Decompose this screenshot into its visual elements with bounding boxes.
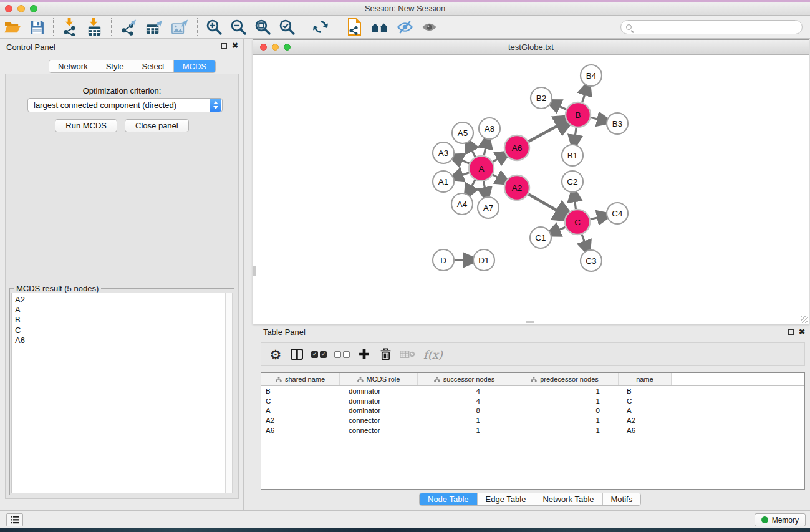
- open-folder-icon[interactable]: [0, 16, 26, 37]
- column-header-MCDS-role[interactable]: MCDS role: [340, 373, 418, 385]
- graph-edge-A-A2[interactable]: [493, 175, 500, 179]
- search-input[interactable]: [635, 22, 802, 33]
- cell-shared-name[interactable]: B: [261, 387, 340, 395]
- export-table-icon[interactable]: [142, 16, 167, 37]
- mcds-result-item[interactable]: C: [15, 326, 226, 336]
- table-row[interactable]: Adominator80A: [261, 405, 804, 415]
- cell-shared-name[interactable]: A: [261, 407, 340, 414]
- refresh-layout-icon[interactable]: [309, 16, 332, 37]
- table-row[interactable]: A2connector11A2: [261, 415, 804, 425]
- cell-predecessor-nodes[interactable]: 1: [511, 397, 619, 405]
- optimization-criterion-dropdown[interactable]: largest connected component (directed): [27, 98, 223, 112]
- zoom-selected-icon[interactable]: [275, 16, 299, 37]
- column-header-successor-nodes[interactable]: successor nodes: [418, 373, 511, 385]
- import-table-icon[interactable]: [82, 16, 107, 37]
- cell-successor-nodes[interactable]: 4: [418, 387, 511, 395]
- graph-node-B1[interactable]: B1: [562, 145, 583, 166]
- tab-network-table[interactable]: Network Table: [534, 493, 602, 505]
- mcds-result-item[interactable]: A2: [15, 295, 226, 305]
- graph-edge-C-C4[interactable]: [591, 217, 601, 220]
- home-views-icon[interactable]: [367, 16, 393, 37]
- show-eye-icon[interactable]: [417, 16, 441, 37]
- cell-MCDS-role[interactable]: dominator: [340, 387, 418, 395]
- cell-MCDS-role[interactable]: connector: [340, 417, 418, 424]
- graph-node-C1[interactable]: C1: [530, 227, 551, 248]
- graph-node-A3[interactable]: A3: [433, 142, 454, 163]
- column-header-predecessor-nodes[interactable]: predecessor nodes: [511, 373, 619, 385]
- function-builder-icon[interactable]: f(x): [421, 344, 445, 364]
- tab-node-table[interactable]: Node Table: [420, 493, 478, 505]
- network-graph[interactable]: AA1A2A3A4A5A6A7A8BB1B2B3B4CC1C2C3C4DD1: [253, 55, 809, 324]
- cell-MCDS-role[interactable]: dominator: [340, 407, 418, 414]
- tab-mcds[interactable]: MCDS: [174, 60, 215, 72]
- mcds-result-list[interactable]: A2ABCA6: [11, 293, 226, 493]
- graph-node-B4[interactable]: B4: [581, 65, 602, 86]
- status-menu-button[interactable]: [6, 513, 23, 526]
- save-icon[interactable]: [26, 16, 49, 37]
- table-row[interactable]: A6connector11A6: [261, 425, 804, 435]
- cell-shared-name[interactable]: C: [261, 397, 340, 405]
- graph-node-C[interactable]: C: [565, 210, 590, 235]
- graph-edge-A-A4[interactable]: [470, 180, 475, 189]
- cell-successor-nodes[interactable]: 1: [418, 427, 511, 434]
- graph-edge-A-A6[interactable]: [493, 157, 501, 162]
- graph-node-D1[interactable]: D1: [473, 249, 494, 271]
- table-row[interactable]: Cdominator41C: [261, 396, 804, 406]
- graph-node-A2[interactable]: A2: [504, 175, 529, 200]
- graph-edge-C-C2[interactable]: [574, 198, 576, 209]
- cell-name[interactable]: B: [619, 387, 672, 395]
- graph-edge-A-A7[interactable]: [484, 181, 486, 191]
- delete-table-icon[interactable]: [397, 344, 418, 364]
- close-table-panel-icon[interactable]: ✖: [799, 328, 805, 336]
- hide-eye-icon[interactable]: [393, 16, 417, 37]
- graph-node-B3[interactable]: B3: [607, 113, 628, 134]
- graph-node-A5[interactable]: A5: [452, 122, 473, 143]
- graph-node-C4[interactable]: C4: [607, 203, 628, 224]
- graph-node-A6[interactable]: A6: [504, 135, 529, 160]
- graph-node-D[interactable]: D: [433, 249, 454, 271]
- graph-node-C3[interactable]: C3: [581, 250, 602, 271]
- table-settings-gear-icon[interactable]: ⚙: [266, 344, 285, 364]
- cell-shared-name[interactable]: A2: [261, 417, 340, 424]
- graph-edge-B-B3[interactable]: [591, 118, 600, 120]
- float-table-panel-icon[interactable]: [788, 329, 794, 335]
- column-header-name[interactable]: name: [619, 373, 672, 385]
- cell-predecessor-nodes[interactable]: 1: [511, 417, 619, 424]
- add-column-icon[interactable]: [355, 344, 374, 364]
- graph-edge-A6-B[interactable]: [528, 123, 561, 142]
- column-header-shared-name[interactable]: shared name: [261, 373, 340, 385]
- zoom-out-icon[interactable]: [226, 16, 251, 37]
- node-table[interactable]: shared nameMCDS rolesuccessor nodesprede…: [261, 372, 805, 490]
- table-row[interactable]: Bdominator41B: [261, 386, 804, 396]
- graph-edge-A-A8[interactable]: [484, 145, 486, 155]
- run-mcds-button[interactable]: Run MCDS: [55, 119, 117, 132]
- mcds-result-item[interactable]: B: [15, 315, 226, 325]
- network-canvas[interactable]: AA1A2A3A4A5A6A7A8BB1B2B3B4CC1C2C3C4DD1: [253, 55, 809, 324]
- graph-node-A4[interactable]: A4: [451, 193, 473, 215]
- vertical-scroll-thumb[interactable]: [253, 266, 256, 276]
- search-box[interactable]: [620, 20, 803, 34]
- graph-edge-A2-C[interactable]: [528, 194, 561, 213]
- column-view-icon[interactable]: [287, 344, 306, 364]
- cell-name[interactable]: A6: [619, 427, 672, 434]
- cell-successor-nodes[interactable]: 1: [418, 417, 511, 424]
- cell-predecessor-nodes[interactable]: 0: [511, 407, 619, 414]
- graph-node-A1[interactable]: A1: [433, 171, 454, 192]
- cell-name[interactable]: A2: [619, 417, 672, 424]
- tab-style[interactable]: Style: [97, 60, 133, 72]
- float-panel-icon[interactable]: [221, 43, 227, 49]
- graph-node-A7[interactable]: A7: [478, 197, 499, 218]
- tab-network[interactable]: Network: [49, 60, 97, 72]
- select-all-checkboxes-icon[interactable]: ✓✓: [309, 344, 329, 364]
- network-window-titlebar[interactable]: testGlobe.txt: [253, 40, 809, 55]
- cell-successor-nodes[interactable]: 4: [418, 397, 511, 405]
- export-network-icon[interactable]: [116, 16, 142, 37]
- graph-edge-C-C3[interactable]: [582, 235, 586, 245]
- tab-select[interactable]: Select: [133, 60, 174, 72]
- horizontal-scroll-thumb[interactable]: [526, 321, 534, 323]
- clone-network-icon[interactable]: [342, 16, 367, 37]
- cell-successor-nodes[interactable]: 8: [418, 407, 511, 414]
- graph-edge-B-B1[interactable]: [575, 128, 576, 138]
- tab-edge-table[interactable]: Edge Table: [478, 493, 535, 505]
- mcds-list-scrollbar[interactable]: [225, 293, 233, 493]
